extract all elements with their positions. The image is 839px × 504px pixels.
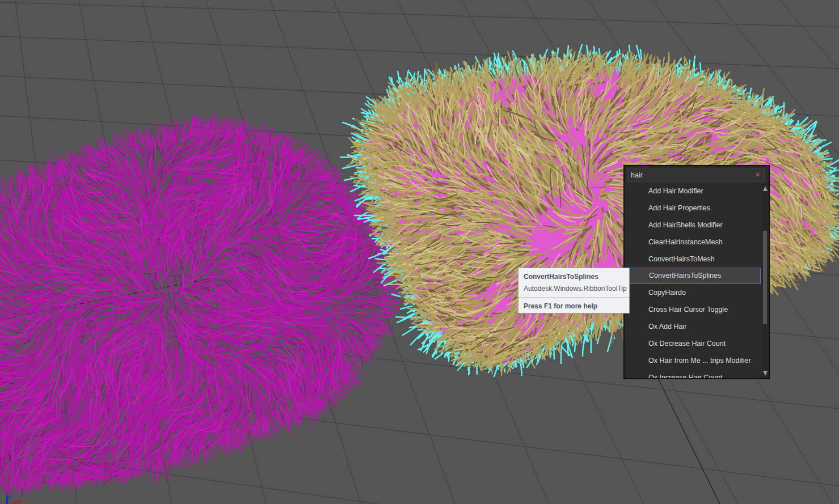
svg-text:z: z [588, 143, 591, 149]
svg-text:z: z [8, 494, 11, 499]
svg-text:y: y [560, 147, 563, 153]
svg-text:y: y [2, 493, 5, 499]
svg-text:x: x [20, 498, 23, 504]
